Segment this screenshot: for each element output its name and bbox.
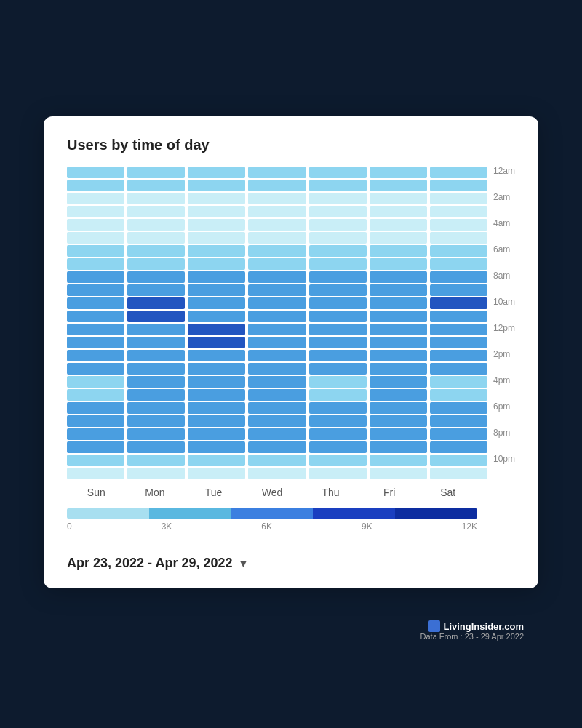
heatmap-cell <box>67 350 124 361</box>
heatmap-row <box>67 468 487 479</box>
legend-value-label: 12K <box>462 521 477 532</box>
heatmap-cell <box>188 441 245 453</box>
heatmap-cell <box>309 337 367 348</box>
heatmap-cell <box>67 180 124 191</box>
legend-area: 03K6K9K12K <box>67 508 515 532</box>
heatmap-cell <box>67 337 124 348</box>
heatmap-cell <box>67 193 124 204</box>
legend-value-label: 3K <box>162 521 172 532</box>
heatmap-cell <box>67 167 124 178</box>
heatmap-cell <box>67 297 124 309</box>
heatmap-cell <box>248 363 306 375</box>
heatmap-cell <box>67 376 124 388</box>
footer-data: Data From : 23 - 29 Apr 2022 <box>420 632 524 641</box>
heatmap-cell <box>127 376 185 388</box>
heatmap-row <box>67 219 487 231</box>
heatmap-cell <box>370 206 427 217</box>
time-label: 10am <box>493 297 515 324</box>
heatmap-cell <box>430 402 487 414</box>
heatmap-cell <box>430 441 487 453</box>
heatmap-cell <box>248 271 306 283</box>
heatmap-cell <box>188 324 245 335</box>
legend-value-label: 9K <box>362 521 372 532</box>
heatmap-cell <box>127 389 185 401</box>
heatmap-cell <box>127 258 185 270</box>
heatmap-cell <box>188 376 245 388</box>
heatmap-row <box>67 311 487 322</box>
heatmap-cell <box>67 271 124 283</box>
day-label: Mon <box>126 487 185 498</box>
heatmap-cell <box>188 455 245 466</box>
heatmap-cell <box>309 389 367 401</box>
heatmap-cell <box>248 219 306 231</box>
heatmap-area: 12am2am4am6am8am10am12pm2pm4pm6pm8pm10pm <box>67 167 515 481</box>
heatmap-cell <box>188 415 245 427</box>
heatmap-cell <box>67 258 124 270</box>
heatmap-cell <box>309 402 367 414</box>
heatmap-cell <box>248 232 306 244</box>
heatmap-cell <box>430 337 487 348</box>
heatmap-cell <box>370 415 427 427</box>
heatmap-cell <box>309 245 367 257</box>
heatmap-cell <box>430 206 487 217</box>
heatmap-cell <box>370 468 427 479</box>
heatmap-cell <box>188 428 245 440</box>
heatmap-cell <box>67 402 124 414</box>
heatmap-cell <box>370 376 427 388</box>
heatmap-cell <box>430 311 487 322</box>
heatmap-row <box>67 297 487 309</box>
legend-segment <box>231 508 314 519</box>
heatmap-cell <box>127 441 185 453</box>
heatmap-cell <box>430 193 487 204</box>
time-label: 10pm <box>493 455 515 481</box>
heatmap-cell <box>248 297 306 309</box>
heatmap-cell <box>309 258 367 270</box>
heatmap-cell <box>127 402 185 414</box>
legend-bar <box>67 508 477 519</box>
heatmap-cell <box>248 324 306 335</box>
heatmap-cell <box>370 232 427 244</box>
heatmap-cell <box>430 167 487 178</box>
heatmap-cell <box>67 219 124 231</box>
day-label: Tue <box>184 487 243 498</box>
heatmap-cell <box>309 206 367 217</box>
heatmap-row <box>67 258 487 270</box>
heatmap-cell <box>188 180 245 191</box>
brand-icon <box>428 620 440 632</box>
time-label: 4pm <box>493 376 515 402</box>
heatmap-cell <box>248 337 306 348</box>
heatmap-cell <box>248 350 306 361</box>
time-label: 6am <box>493 245 515 271</box>
dropdown-arrow-icon[interactable]: ▼ <box>238 558 248 569</box>
legend-segment <box>313 508 395 519</box>
time-label: 4am <box>493 219 515 245</box>
heatmap-cell <box>370 363 427 375</box>
heatmap-cell <box>309 193 367 204</box>
heatmap-row <box>67 428 487 440</box>
date-range-row[interactable]: Apr 23, 2022 - Apr 29, 2022 ▼ <box>67 556 515 571</box>
heatmap-cell <box>127 337 185 348</box>
heatmap-row <box>67 455 487 466</box>
heatmap-cell <box>309 428 367 440</box>
heatmap-cell <box>67 455 124 466</box>
day-label: Fri <box>360 487 419 498</box>
time-label: 6pm <box>493 402 515 428</box>
heatmap-cell <box>430 415 487 427</box>
heatmap-cell <box>248 468 306 479</box>
heatmap-cell <box>67 245 124 257</box>
heatmap-cell <box>370 402 427 414</box>
day-label: Sun <box>67 487 126 498</box>
heatmap-cell <box>309 180 367 191</box>
heatmap-cell <box>188 206 245 217</box>
divider <box>67 545 515 545</box>
heatmap-cell <box>430 376 487 388</box>
heatmap-cell <box>188 271 245 283</box>
time-label: 2am <box>493 193 515 219</box>
heatmap-cell <box>188 284 245 296</box>
heatmap-cell <box>370 350 427 361</box>
heatmap-cell <box>67 441 124 453</box>
heatmap-row <box>67 350 487 361</box>
heatmap-cell <box>309 232 367 244</box>
heatmap-cell <box>67 415 124 427</box>
heatmap-cell <box>67 428 124 440</box>
